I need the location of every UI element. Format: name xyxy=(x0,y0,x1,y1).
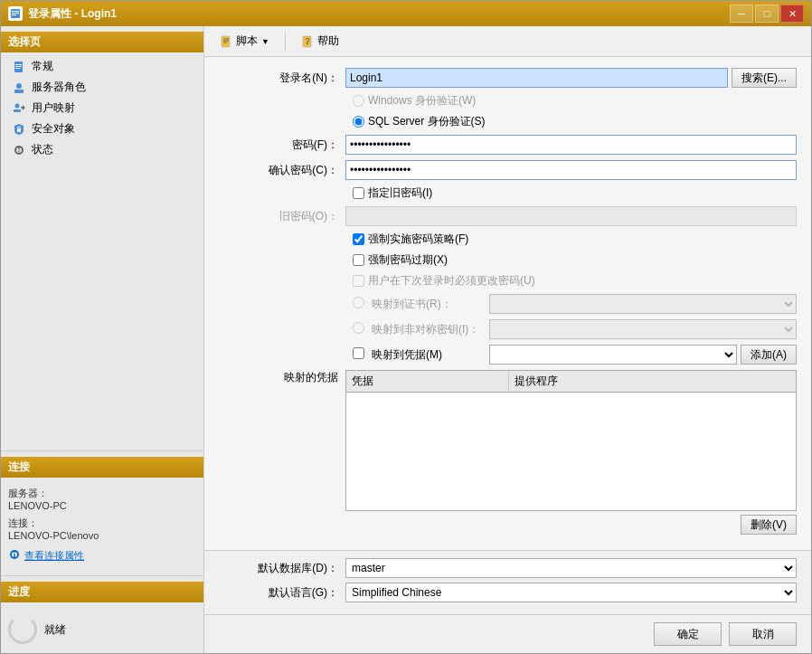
change-on-login-checkbox[interactable] xyxy=(353,275,364,287)
server-roles-icon xyxy=(12,81,26,95)
progress-spinner xyxy=(8,615,37,644)
enforce-expiry-label: 强制密码过期(X) xyxy=(368,252,448,268)
sidebar-label-status: 状态 xyxy=(32,142,53,157)
svg-rect-2 xyxy=(12,11,19,12)
script-dropdown-icon: ▼ xyxy=(261,37,269,46)
sidebar-item-user-mapping[interactable]: 用户映射 xyxy=(1,98,203,118)
login-name-row: 登录名(N)： 搜索(E)... xyxy=(219,68,797,88)
map-credential-select[interactable] xyxy=(489,345,737,365)
main-content: 脚本 ▼ 帮助 登录名(N)： 搜索(E)... xyxy=(204,26,811,653)
connect-info: 服务器： LENOVO-PC 连接： LENOVO-PC\lenovo 查看连接… xyxy=(1,481,203,570)
col-credential: 凭据 xyxy=(346,371,509,392)
default-db-select[interactable]: master xyxy=(345,558,797,578)
form-area: 登录名(N)： 搜索(E)... Windows 身份验证(W) SQL Ser… xyxy=(204,57,811,550)
ok-button[interactable]: 确定 xyxy=(654,622,722,646)
search-button[interactable]: 搜索(E)... xyxy=(732,68,797,88)
sidebar-item-status[interactable]: 状态 xyxy=(1,139,203,160)
delete-btn-row: 删除(V) xyxy=(345,515,797,535)
sidebar-nav-section: 选择页 常规 服务器角色 用户映射 xyxy=(1,26,203,166)
old-password-input[interactable] xyxy=(345,206,797,226)
general-icon xyxy=(12,60,26,74)
delete-button[interactable]: 删除(V) xyxy=(741,515,797,535)
svg-point-10 xyxy=(15,103,20,108)
toolbar-sep xyxy=(285,33,286,51)
script-button[interactable]: 脚本 ▼ xyxy=(212,30,278,52)
sql-auth-radio[interactable] xyxy=(353,116,364,128)
window-controls: ─ □ ✕ xyxy=(730,5,804,23)
default-db-row: 默认数据库(D)： master xyxy=(219,558,797,578)
login-name-input[interactable] xyxy=(345,68,728,88)
map-asym-select[interactable] xyxy=(489,319,797,339)
enforce-policy-row: 强制实施密码策略(F) xyxy=(219,232,797,247)
sidebar-label-server-roles: 服务器角色 xyxy=(32,80,86,95)
sidebar-item-server-roles[interactable]: 服务器角色 xyxy=(1,77,203,98)
col-provider: 提供程序 xyxy=(509,371,796,392)
map-asym-key-row: 映射到非对称密钥(I)： xyxy=(219,319,797,339)
svg-rect-7 xyxy=(15,68,20,69)
credential-table: 凭据 提供程序 xyxy=(345,370,797,511)
view-props-label: 查看连接属性 xyxy=(24,549,84,563)
windows-auth-row: Windows 身份验证(W) xyxy=(219,93,797,109)
window-icon xyxy=(8,6,23,21)
change-on-login-label: 用户在下次登录时必须更改密码(U) xyxy=(368,273,535,289)
svg-rect-6 xyxy=(15,66,22,67)
map-cert-radio[interactable] xyxy=(353,297,364,308)
old-password-row: 旧密码(O)： xyxy=(219,206,797,226)
maximize-button[interactable]: □ xyxy=(755,5,779,23)
close-button[interactable]: ✕ xyxy=(780,5,804,23)
add-button[interactable]: 添加(A) xyxy=(741,345,797,365)
default-lang-row: 默认语言(G)： Simplified Chinese xyxy=(219,583,797,602)
main-window: 登录属性 - Login1 ─ □ ✕ 选择页 常规 xyxy=(0,0,812,654)
secure-objects-icon xyxy=(12,122,26,137)
view-props-link[interactable]: 查看连接属性 xyxy=(8,546,196,564)
connect-section-title: 连接 xyxy=(1,457,203,478)
svg-point-8 xyxy=(16,83,22,89)
credential-table-body xyxy=(346,393,796,510)
confirm-password-row: 确认密码(C)： xyxy=(219,160,797,180)
enforce-policy-label: 强制实施密码策略(F) xyxy=(368,232,468,247)
enforce-expiry-checkbox[interactable] xyxy=(353,254,364,266)
bottom-form: 默认数据库(D)： master 默认语言(G)： Simplified Chi… xyxy=(204,550,811,614)
map-asym-label: 映射到非对称密钥(I)： xyxy=(372,322,489,337)
specify-old-pwd-row: 指定旧密码(I) xyxy=(219,185,797,201)
svg-rect-9 xyxy=(14,90,24,93)
link-icon xyxy=(8,548,21,563)
credential-table-container: 凭据 提供程序 删除(V) xyxy=(345,370,797,535)
old-password-label: 旧密码(O)： xyxy=(219,209,345,224)
help-button[interactable]: 帮助 xyxy=(293,30,347,52)
specify-old-pwd-label: 指定旧密码(I) xyxy=(368,185,432,201)
sidebar-item-secure-objects[interactable]: 安全对象 xyxy=(1,118,203,139)
credential-table-section: 映射的凭据 凭据 提供程序 删除(V) xyxy=(219,370,797,535)
sidebar-section-title: 选择页 xyxy=(1,32,203,52)
svg-rect-11 xyxy=(14,109,21,112)
enforce-policy-checkbox[interactable] xyxy=(353,233,364,245)
script-label: 脚本 xyxy=(236,33,258,49)
sidebar-label-secure-objects: 安全对象 xyxy=(32,121,75,137)
progress-section: 就绪 xyxy=(1,606,203,653)
confirm-password-label: 确认密码(C)： xyxy=(219,163,345,178)
windows-auth-radio[interactable] xyxy=(353,95,364,107)
svg-rect-3 xyxy=(12,14,16,15)
cancel-button[interactable]: 取消 xyxy=(729,622,797,646)
toolbar: 脚本 ▼ 帮助 xyxy=(204,26,811,57)
user-mapping-icon xyxy=(12,101,26,116)
window-title: 登录属性 - Login1 xyxy=(28,6,730,22)
progress-status: 就绪 xyxy=(44,622,66,638)
title-bar: 登录属性 - Login1 ─ □ ✕ xyxy=(1,1,811,26)
default-db-label: 默认数据库(D)： xyxy=(219,561,345,576)
default-lang-select[interactable]: Simplified Chinese xyxy=(345,583,797,602)
svg-point-19 xyxy=(18,147,20,149)
map-asym-radio[interactable] xyxy=(353,322,364,334)
sidebar-item-general[interactable]: 常规 xyxy=(1,56,203,77)
status-icon xyxy=(12,143,26,157)
confirm-password-input[interactable] xyxy=(345,160,797,180)
sidebar-label-general: 常规 xyxy=(32,59,53,74)
progress-section-title: 进度 xyxy=(1,582,203,602)
map-cert-select[interactable] xyxy=(489,294,797,314)
map-credential-checkbox[interactable] xyxy=(353,347,364,359)
server-label: 服务器： xyxy=(8,487,196,500)
credential-table-header: 凭据 提供程序 xyxy=(346,371,796,393)
specify-old-pwd-checkbox[interactable] xyxy=(353,187,364,199)
minimize-button[interactable]: ─ xyxy=(730,5,753,23)
password-input[interactable] xyxy=(345,135,797,155)
